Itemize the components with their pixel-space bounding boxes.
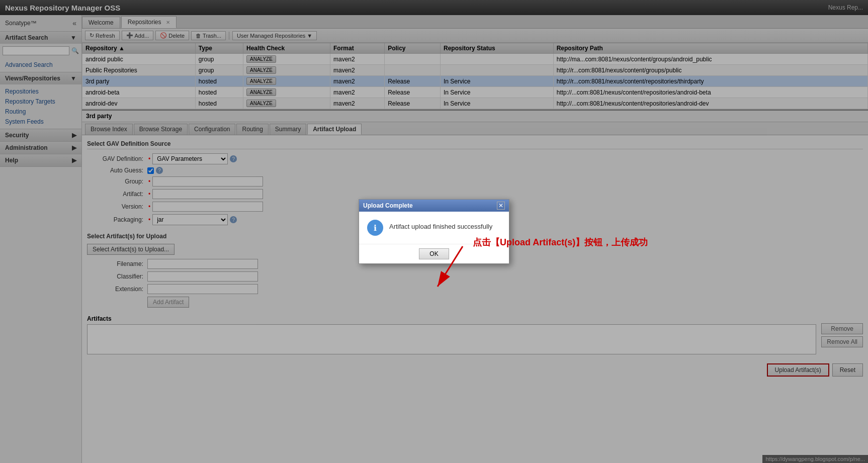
modal-body: ℹ Artifact upload finished successfully — [359, 212, 509, 244]
modal-overlay[interactable]: Upload Complete ✕ ℹ Artifact upload fini… — [0, 0, 868, 463]
modal-close-button[interactable]: ✕ — [497, 202, 505, 210]
modal-info-icon: ℹ — [367, 220, 383, 236]
modal-title: Upload Complete — [363, 202, 413, 209]
modal-message: Artifact upload finished successfully — [389, 220, 492, 230]
modal-ok-button[interactable]: OK — [419, 248, 449, 259]
upload-complete-modal: Upload Complete ✕ ℹ Artifact upload fini… — [359, 199, 509, 264]
modal-title-bar: Upload Complete ✕ — [359, 200, 509, 212]
modal-footer: OK — [359, 244, 509, 263]
